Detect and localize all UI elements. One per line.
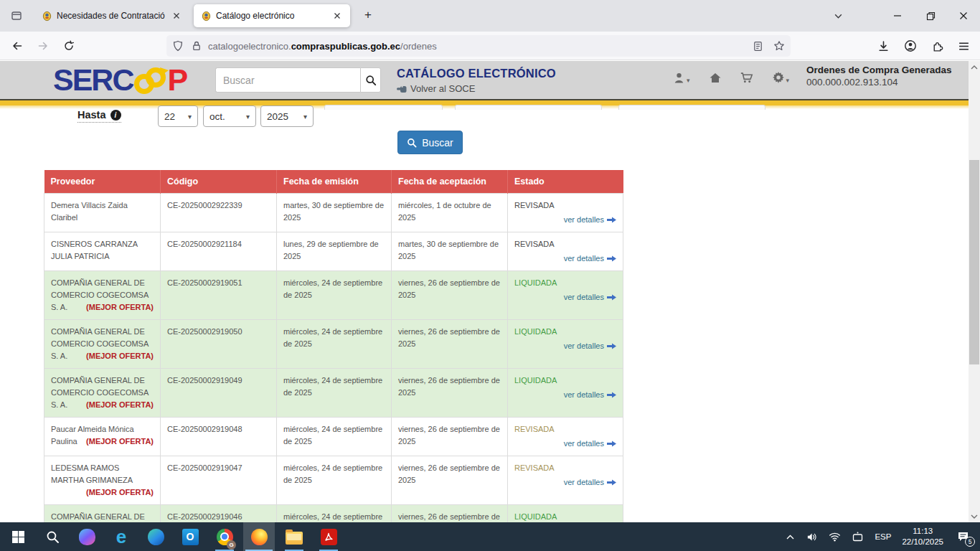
ver-detalles-link[interactable]: ver detalles [514, 389, 616, 401]
reload-button[interactable] [59, 36, 79, 56]
logo-text-red: P [167, 62, 187, 98]
tab-catalogo[interactable]: Catálogo electrónico [194, 4, 350, 27]
tab-list-chevron-icon[interactable] [821, 0, 854, 32]
table-row: COMPAÑIA GENERAL DE COMERCIO COGECOMSA S… [44, 319, 623, 368]
acrobat-icon[interactable] [313, 522, 344, 551]
status-cell: REVISADA ver detalles [508, 456, 623, 505]
arrow-right-icon [607, 441, 616, 447]
provider-name: LEDESMA RAMOS MARTHA GRIMANEZA [51, 463, 133, 484]
month-select[interactable]: oct.▾ [203, 105, 256, 127]
provider-cell: COMPAÑIA GENERAL DE COMERCIO COGECOMSA S… [44, 319, 161, 368]
file-explorer-icon[interactable] [278, 522, 310, 551]
edge-icon[interactable] [140, 522, 171, 551]
volver-soce-link[interactable]: Volver al SOCE [397, 83, 556, 94]
mejor-oferta-label: (MEJOR OFERTA) [86, 486, 154, 499]
user-menu-button[interactable]: ▾ [673, 72, 690, 84]
ver-detalles-link[interactable]: ver detalles [514, 476, 616, 489]
nav-tab-ghost [455, 105, 602, 110]
start-button[interactable] [2, 522, 34, 551]
year-select[interactable]: 2025▾ [260, 105, 314, 127]
taskbar-search-button[interactable] [37, 522, 68, 551]
status-label: REVISADA [514, 423, 616, 435]
reader-mode-icon[interactable] [753, 41, 763, 52]
outlook-icon[interactable]: O [174, 522, 206, 551]
emission-date: lunes, 29 de septiembre de 2025 [277, 232, 392, 270]
acceptance-date: viernes, 26 de septiembre de 2025 [392, 319, 508, 368]
scroll-up-arrow[interactable] [969, 61, 980, 73]
tab-close-icon[interactable] [169, 9, 184, 23]
account-icon[interactable] [904, 39, 917, 52]
chrome-profile-badge: G [227, 540, 236, 550]
notification-center-button[interactable]: 5 [954, 527, 973, 546]
url-text: catalogoelectronico.compraspublicas.gob.… [208, 41, 747, 52]
table-row: COMPAÑIA GENERAL DE COMERCIO COGECOMSA S… [44, 368, 623, 417]
day-select[interactable]: 22▾ [158, 105, 198, 127]
page-scrollbar[interactable] [969, 61, 980, 522]
menu-hamburger-icon[interactable] [958, 40, 970, 52]
ver-detalles-link-text: ver detalles [564, 439, 604, 448]
extensions-puzzle-icon[interactable] [931, 40, 943, 52]
ver-detalles-link[interactable]: ver detalles [514, 214, 616, 226]
status-cell: LIQUIDADA ver detalles [508, 368, 623, 417]
back-button[interactable] [7, 36, 27, 56]
hasta-label: Hasta i [77, 109, 121, 123]
col-codigo: Código [161, 170, 277, 193]
tab-necesidades[interactable]: Necesidades de Contratación y [34, 4, 189, 27]
firefox-view-icon[interactable] [6, 6, 27, 26]
tray-chevron-up-icon[interactable] [786, 534, 795, 540]
volume-icon[interactable] [806, 532, 818, 542]
chrome-icon[interactable]: G [209, 522, 240, 551]
copilot-icon[interactable] [71, 522, 103, 551]
downloads-icon[interactable] [877, 40, 890, 52]
window-minimize-button[interactable] [881, 0, 914, 32]
chevron-down-icon: ▾ [246, 113, 250, 121]
info-icon[interactable]: i [110, 110, 121, 121]
header-search-button[interactable] [360, 67, 381, 93]
wifi-icon[interactable] [829, 532, 841, 542]
ver-detalles-link[interactable]: ver detalles [514, 253, 616, 265]
firefox-icon[interactable] [243, 522, 275, 551]
internet-explorer-icon[interactable]: e [105, 522, 137, 551]
language-indicator[interactable]: ESP [875, 532, 891, 541]
col-fecha-aceptacion: Fecha de aceptación [392, 170, 508, 193]
account-info: Ordenes de Compra Generadas 000.000.002.… [806, 65, 968, 88]
scrollbar-thumb[interactable] [969, 160, 979, 364]
acceptance-date: martes, 30 de septiembre de 2025 [392, 232, 508, 270]
col-proveedor: Proveedor [44, 170, 161, 193]
header-accent-stripe [0, 99, 980, 109]
order-code: CE-20250002919048 [161, 418, 277, 456]
window-close-button[interactable] [947, 0, 980, 32]
buscar-button[interactable]: Buscar [397, 131, 463, 154]
tab-close-icon[interactable] [330, 9, 344, 23]
ver-detalles-link[interactable]: ver detalles [514, 438, 616, 450]
status-cell: REVISADA ver detalles [508, 418, 623, 456]
arrow-right-icon [607, 392, 616, 398]
window-restore-button[interactable] [914, 0, 947, 32]
search-icon [46, 530, 60, 544]
sercop-logo[interactable]: SERC P [53, 62, 187, 98]
arrow-right-icon [607, 294, 616, 301]
chevron-down-icon: ▾ [188, 113, 192, 121]
ver-detalles-link[interactable]: ver detalles [514, 291, 616, 303]
new-tab-button[interactable]: + [359, 8, 377, 22]
table-row: COMPAÑIA GENERAL DE COMERCIO COGECOMSA S… [44, 270, 623, 319]
ver-detalles-link[interactable]: ver detalles [514, 340, 616, 352]
cart-icon [740, 72, 753, 84]
url-bar[interactable]: catalogoelectronico.compraspublicas.gob.… [166, 35, 791, 57]
provider-cell: COMPAÑIA GENERAL DE COMERCIO COGECOMSA S… [44, 270, 161, 319]
ver-detalles-link-text: ver detalles [564, 478, 604, 486]
person-icon [673, 72, 685, 84]
tracking-shield-icon[interactable] [172, 40, 184, 52]
settings-menu-button[interactable]: ▾ [772, 71, 790, 84]
scroll-down-arrow[interactable] [969, 510, 980, 522]
cart-button[interactable] [740, 72, 753, 84]
bookmark-star-icon[interactable] [773, 40, 785, 52]
account-label: Ordenes de Compra Generadas [806, 65, 968, 75]
lock-icon[interactable] [191, 40, 202, 52]
connect-display-icon[interactable] [852, 532, 864, 542]
home-button[interactable] [709, 72, 722, 84]
clock[interactable]: 11:13 22/10/2025 [902, 526, 943, 547]
forward-button[interactable] [33, 36, 53, 56]
provider-cell: Paucar Almeida Mónica Paulina (MEJOR OFE… [44, 418, 161, 456]
header-search-input[interactable] [215, 67, 360, 93]
